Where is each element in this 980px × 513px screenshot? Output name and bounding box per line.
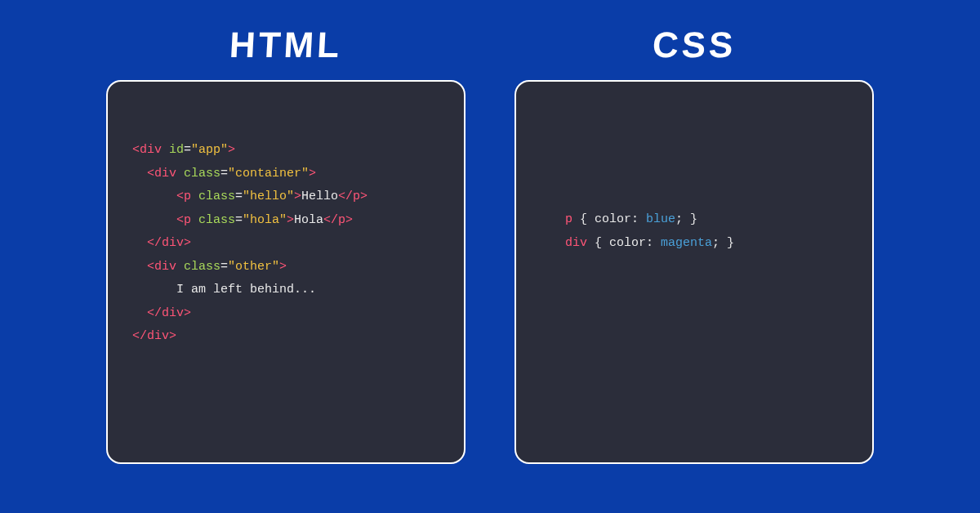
html-code-panel: <div id="app"> <div class="container"> <… <box>106 80 466 464</box>
code-line: <div id="app"> <box>132 139 439 163</box>
code-line: div { color: magenta; } <box>565 232 848 256</box>
css-code-panel: p { color: blue; } div { color: magenta;… <box>514 80 874 464</box>
code-line: <p class="hola">Hola</p> <box>132 209 439 233</box>
css-title: CSS <box>651 25 737 65</box>
code-line: <div class="other"> <box>132 256 439 279</box>
html-title: HTML <box>229 25 344 65</box>
code-line: I am left behind... <box>132 279 439 302</box>
code-line: </div> <box>132 232 439 256</box>
code-line: <p class="hello">Hello</p> <box>132 185 439 209</box>
code-line: p { color: blue; } <box>565 208 848 232</box>
html-panel-wrapper: HTML <div id="app"> <div class="containe… <box>106 25 466 464</box>
code-line: </div> <box>132 302 439 326</box>
css-panel-wrapper: CSS p { color: blue; } div { color: mage… <box>514 25 874 464</box>
code-line: </div> <box>132 325 439 349</box>
code-line: <div class="container"> <box>132 163 439 186</box>
